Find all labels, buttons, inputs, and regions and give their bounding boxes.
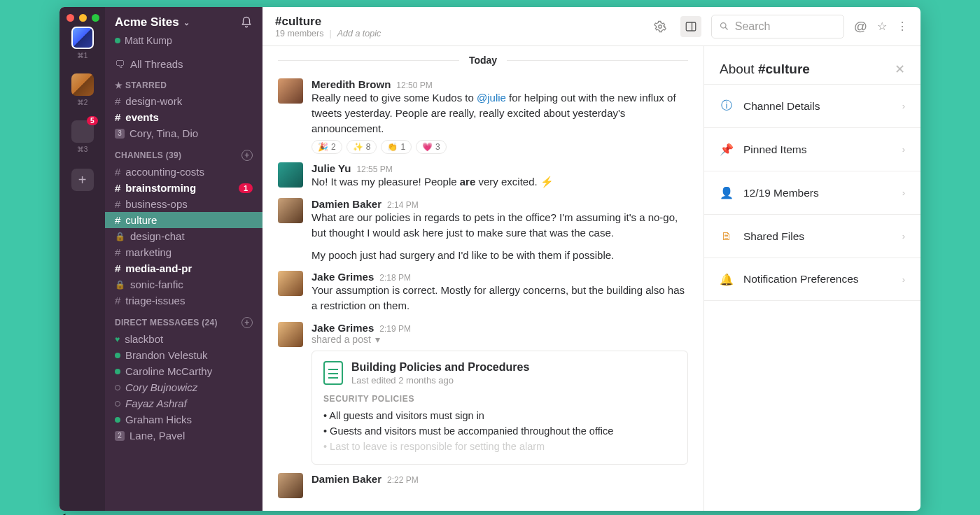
user-mention[interactable]: @julie	[477, 92, 506, 104]
chevron-right-icon: ›	[902, 101, 905, 111]
member-count-icon: 3	[115, 129, 125, 139]
settings-button[interactable]	[650, 16, 671, 37]
reaction-button[interactable]: 🎉2	[312, 140, 342, 154]
message[interactable]: Jake Grimes2:18 PM Your assumption is co…	[278, 267, 688, 318]
add-channel-button[interactable]: +	[241, 150, 253, 161]
team-name[interactable]: Acme Sites ⌄	[115, 15, 190, 29]
reaction-button[interactable]: 💗3	[416, 140, 447, 154]
section-dms[interactable]: DIRECT MESSAGES (24) +	[105, 309, 262, 331]
member-count[interactable]: 19 members	[275, 29, 323, 38]
message[interactable]: Meredith Brown12:50 PM Really need to gi…	[278, 74, 688, 158]
message-text: My pooch just had surgery and I'd like t…	[312, 248, 688, 263]
channel-media-and-pr[interactable]: #media-and-pr	[105, 260, 262, 276]
avatar[interactable]	[278, 271, 303, 296]
dm-brandon[interactable]: Brandon Velestuk	[105, 347, 262, 363]
add-workspace-button[interactable]: +	[71, 169, 94, 191]
message-author[interactable]: Damien Baker	[312, 198, 382, 210]
star-button[interactable]: ☆	[877, 20, 887, 33]
main-area: #culture 19 members | Add a topic Search…	[262, 7, 920, 511]
workspace-shortcut: ⌘2	[77, 99, 88, 106]
chevron-down-icon: ⌄	[183, 18, 190, 27]
channel-business-ops[interactable]: #business-ops	[105, 196, 262, 212]
add-dm-button[interactable]: +	[241, 317, 253, 328]
mentions-button[interactable]: @	[854, 19, 867, 34]
more-menu-button[interactable]: ⋮	[897, 20, 908, 33]
starred-channel-events[interactable]: #events	[105, 109, 262, 125]
message-list[interactable]: Today Meredith Brown12:50 PM Really need…	[262, 46, 704, 511]
pin-icon: 📌	[720, 143, 734, 156]
attachment-bullets: All guests and visitors must sign in Gue…	[323, 408, 676, 454]
message-author[interactable]: Jake Grimes	[312, 271, 374, 283]
message-text: Really need to give some Kudos to @julie…	[312, 90, 688, 136]
document-icon	[323, 361, 343, 385]
dm-cory[interactable]: Cory Bujnowicz	[105, 379, 262, 395]
workspace-strip: ⌘1 ⌘2 5 ⌘3 +	[59, 7, 105, 511]
panel-row-members[interactable]: 👤 12/19 Members ›	[704, 171, 920, 214]
avatar[interactable]	[278, 473, 303, 498]
channel-sonic-fanfic[interactable]: 🔒sonic-fanfic	[105, 276, 262, 292]
panel-row-notifications[interactable]: 🔔 Notification Preferences ›	[704, 258, 920, 301]
message[interactable]: Damien Baker2:22 PM	[278, 469, 688, 502]
message-author[interactable]: Meredith Brown	[312, 78, 391, 90]
details-pane-toggle[interactable]	[680, 16, 701, 37]
avatar[interactable]	[278, 198, 303, 223]
channel-marketing[interactable]: #marketing	[105, 244, 262, 260]
panel-row-pinned[interactable]: 📌 Pinned Items ›	[704, 127, 920, 171]
file-icon: 🗎	[720, 230, 734, 243]
section-label: STARRED	[125, 80, 167, 90]
current-user[interactable]: Matt Kump	[105, 35, 262, 53]
channel-culture[interactable]: #culture	[105, 212, 262, 228]
close-window-icon[interactable]	[66, 14, 74, 22]
window-controls[interactable]	[66, 14, 99, 22]
message-author[interactable]: Julie Yu	[312, 162, 351, 174]
reaction-button[interactable]: 👏1	[381, 140, 412, 154]
presence-away-icon	[115, 401, 120, 407]
workspace-tile-3[interactable]: 5 ⌘3	[71, 120, 94, 153]
message-author[interactable]: Jake Grimes	[312, 322, 374, 334]
search-input[interactable]: Search	[711, 15, 844, 38]
reaction-button[interactable]: ✨8	[346, 140, 377, 154]
dm-slackbot[interactable]: ♥slackbot	[105, 331, 262, 347]
add-topic-link[interactable]: Add a topic	[337, 29, 382, 38]
avatar[interactable]	[278, 322, 303, 347]
close-panel-button[interactable]: ✕	[895, 62, 905, 77]
avatar[interactable]	[278, 78, 303, 104]
dm-lane-pavel[interactable]: 2Lane, Pavel	[105, 428, 262, 444]
workspace-tile-2[interactable]: ⌘2	[71, 73, 94, 106]
panel-row-files[interactable]: 🗎 Shared Files ›	[704, 214, 920, 258]
notifications-icon[interactable]	[240, 16, 253, 29]
message[interactable]: Julie Yu12:55 PM No! It was my pleasure!…	[278, 158, 688, 194]
gear-icon	[654, 20, 666, 33]
starred-group-dm[interactable]: 3Cory, Tina, Dio	[105, 125, 262, 141]
message-author[interactable]: Damien Baker	[312, 473, 382, 485]
dm-graham[interactable]: Graham Hicks	[105, 411, 262, 428]
message-time: 2:19 PM	[379, 324, 411, 334]
channel-brainstorming[interactable]: #brainstorming1	[105, 180, 262, 196]
team-name-label: Acme Sites	[115, 15, 179, 29]
message[interactable]: Jake Grimes2:19 PM shared a post▾ Buildi…	[278, 318, 688, 469]
channel-accounting-costs[interactable]: #accounting-costs	[105, 164, 262, 180]
minimize-window-icon[interactable]	[79, 14, 87, 22]
all-threads-link[interactable]: 🗨 All Threads	[105, 56, 262, 72]
channel-triage-issues[interactable]: #triage-issues	[105, 292, 262, 309]
channel-title[interactable]: #culture	[275, 15, 640, 29]
all-threads-label: All Threads	[130, 58, 183, 70]
workspace-tile-1[interactable]: ⌘1	[71, 27, 94, 59]
dm-fayaz[interactable]: Fayaz Ashraf	[105, 395, 262, 411]
panel-row-channel-details[interactable]: ⓘ Channel Details ›	[704, 84, 920, 127]
search-icon	[719, 21, 729, 31]
dm-caroline[interactable]: Caroline McCarthy	[105, 363, 262, 379]
channel-design-chat[interactable]: 🔒design-chat	[105, 228, 262, 244]
section-label: CHANNELS	[115, 150, 163, 160]
attachment-card[interactable]: Building Policies and Procedures Last ed…	[312, 351, 688, 465]
message-time: 12:55 PM	[356, 164, 392, 174]
lock-icon: 🔒	[115, 280, 125, 290]
avatar[interactable]	[278, 162, 303, 188]
chevron-down-icon[interactable]: ▾	[375, 334, 380, 345]
section-channels[interactable]: CHANNELS (39) +	[105, 141, 262, 164]
message[interactable]: Damien Baker2:14 PM What are our policie…	[278, 194, 688, 267]
starred-channel-design-work[interactable]: #design-work	[105, 93, 262, 109]
panel-title: About #culture	[720, 62, 810, 77]
zoom-window-icon[interactable]	[92, 14, 99, 22]
current-user-name: Matt Kump	[125, 35, 172, 46]
